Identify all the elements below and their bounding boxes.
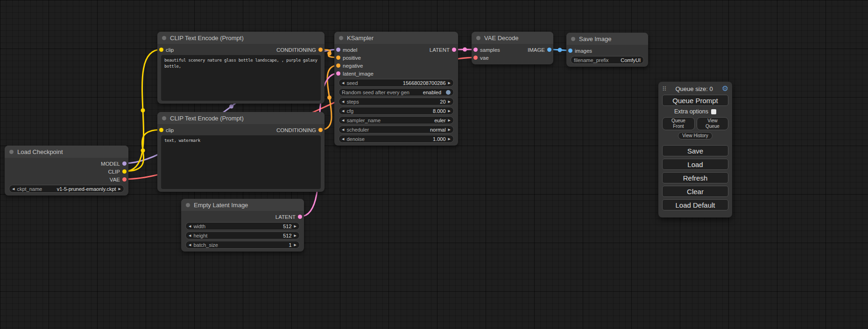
node-title-bar[interactable]: KSampler	[334, 32, 458, 44]
slot-dot[interactable]	[452, 48, 456, 52]
widget-random-seed-toggle[interactable]: Random seed after every gen enabled	[339, 88, 454, 96]
collapse-dot-icon[interactable]	[186, 203, 190, 207]
toggle-knob-icon[interactable]	[446, 90, 451, 95]
node-title-bar[interactable]: CLIP Text Encode (Prompt)	[157, 32, 325, 44]
increment-arrow-icon[interactable]: ▶	[448, 137, 451, 140]
increment-arrow-icon[interactable]: ▶	[294, 224, 296, 228]
node-clip-text-encode-negative[interactable]: CLIP Text Encode (Prompt) clip CONDITION…	[157, 112, 325, 192]
widget-seed[interactable]: ◀ seed 156680208700286 ▶	[339, 79, 454, 87]
widget-batch-size[interactable]: ◀ batch_size 1 ▶	[185, 241, 300, 249]
decrement-arrow-icon[interactable]: ◀	[12, 187, 14, 190]
load-button[interactable]: Load	[662, 159, 728, 170]
input-slot-vae[interactable]: vae	[472, 54, 500, 62]
save-button[interactable]: Save	[662, 145, 728, 156]
clear-button[interactable]: Clear	[662, 186, 728, 197]
collapse-dot-icon[interactable]	[162, 116, 166, 120]
slot-dot[interactable]	[473, 48, 478, 52]
output-slot-latent[interactable]: LATENT	[275, 213, 304, 221]
widget-height[interactable]: ◀ height 512 ▶	[185, 231, 300, 239]
increment-arrow-icon[interactable]: ▶	[448, 128, 451, 131]
slot-dot[interactable]	[298, 215, 302, 219]
output-slot-latent[interactable]: LATENT	[430, 46, 458, 54]
decrement-arrow-icon[interactable]: ◀	[342, 119, 344, 122]
collapse-dot-icon[interactable]	[476, 36, 480, 40]
collapse-dot-icon[interactable]	[571, 37, 575, 41]
slot-dot[interactable]	[122, 177, 127, 182]
decrement-arrow-icon[interactable]: ◀	[342, 109, 344, 112]
increment-arrow-icon[interactable]: ▶	[448, 100, 451, 103]
collapse-dot-icon[interactable]	[339, 36, 343, 40]
decrement-arrow-icon[interactable]: ◀	[189, 234, 191, 237]
widget-filename-prefix[interactable]: filename_prefix ComfyUI	[571, 56, 644, 64]
node-vae-decode[interactable]: VAE Decode samples vae IMAGE	[472, 32, 553, 64]
prompt-textarea[interactable]: text, watermark	[161, 135, 321, 189]
widget-ckpt-name[interactable]: ◀ ckpt_name v1-5-pruned-emaonly.ckpt ▶	[9, 185, 124, 193]
slot-dot[interactable]	[547, 48, 551, 52]
decrement-arrow-icon[interactable]: ◀	[342, 100, 344, 103]
node-title-bar[interactable]: CLIP Text Encode (Prompt)	[157, 112, 325, 124]
queue-front-button[interactable]: Queue Front	[662, 117, 695, 130]
gear-icon[interactable]: ⚙	[722, 85, 728, 92]
slot-dot[interactable]	[336, 56, 340, 60]
increment-arrow-icon[interactable]: ▶	[294, 243, 296, 246]
slot-dot[interactable]	[318, 128, 323, 132]
slot-dot[interactable]	[568, 49, 572, 53]
slot-dot[interactable]	[159, 128, 163, 132]
output-slot-conditioning[interactable]: CONDITIONING	[276, 126, 325, 134]
decrement-arrow-icon[interactable]: ◀	[189, 224, 191, 228]
input-slot-clip[interactable]: clip	[157, 126, 174, 134]
output-slot-conditioning[interactable]: CONDITIONING	[276, 46, 325, 54]
input-slot-samples[interactable]: samples	[472, 46, 500, 54]
widget-steps[interactable]: ◀ steps 20 ▶	[339, 98, 454, 105]
collapse-dot-icon[interactable]	[162, 36, 166, 40]
input-slot-negative[interactable]: negative	[334, 62, 374, 70]
decrement-arrow-icon[interactable]: ◀	[189, 243, 191, 246]
prompt-textarea[interactable]: beautiful scenery nature glass bottle la…	[161, 55, 321, 101]
node-empty-latent-image[interactable]: Empty Latent Image LATENT ◀ width 512 ▶ …	[181, 199, 304, 252]
slot-dot[interactable]	[122, 161, 127, 166]
widget-scheduler[interactable]: ◀ scheduler normal ▶	[339, 126, 454, 133]
increment-arrow-icon[interactable]: ▶	[294, 234, 296, 237]
increment-arrow-icon[interactable]: ▶	[119, 187, 121, 190]
node-title-bar[interactable]: Save Image	[566, 33, 648, 45]
extra-options-checkbox[interactable]	[711, 109, 716, 114]
node-graph-canvas[interactable]: Load Checkpoint MODEL CLIP VAE	[0, 0, 868, 329]
node-title-bar[interactable]: VAE Decode	[472, 32, 553, 44]
widget-width[interactable]: ◀ width 512 ▶	[185, 222, 300, 230]
slot-dot[interactable]	[473, 56, 478, 60]
output-slot-image[interactable]: IMAGE	[528, 46, 553, 54]
node-title-bar[interactable]: Empty Latent Image	[181, 199, 304, 211]
node-load-checkpoint[interactable]: Load Checkpoint MODEL CLIP VAE	[5, 146, 128, 196]
input-slot-positive[interactable]: positive	[334, 54, 374, 62]
comfy-menu-panel[interactable]: ⠿ Queue size: 0 ⚙ Queue Prompt Extra opt…	[658, 82, 732, 217]
view-history-button[interactable]: View History	[678, 132, 712, 140]
load-default-button[interactable]: Load Default	[662, 199, 728, 210]
slot-dot[interactable]	[336, 48, 340, 52]
node-ksampler[interactable]: KSampler model positive negative	[334, 32, 458, 146]
slot-dot[interactable]	[336, 63, 340, 68]
widget-sampler-name[interactable]: ◀ sampler_name euler ▶	[339, 116, 454, 124]
input-slot-clip[interactable]: clip	[157, 46, 174, 54]
decrement-arrow-icon[interactable]: ◀	[342, 81, 344, 84]
collapse-dot-icon[interactable]	[9, 150, 14, 154]
decrement-arrow-icon[interactable]: ◀	[342, 128, 344, 131]
output-slot-vae[interactable]: VAE	[110, 175, 128, 183]
slot-dot[interactable]	[159, 48, 163, 52]
view-queue-button[interactable]: View Queue	[697, 117, 728, 130]
drag-handle-icon[interactable]: ⠿	[662, 86, 667, 92]
queue-prompt-button[interactable]: Queue Prompt	[662, 95, 728, 106]
slot-dot[interactable]	[122, 169, 127, 174]
node-save-image[interactable]: Save Image images filename_prefix ComfyU…	[566, 33, 648, 67]
widget-cfg[interactable]: ◀ cfg 8.000 ▶	[339, 107, 454, 115]
input-slot-latent-image[interactable]: latent_image	[334, 70, 374, 77]
input-slot-images[interactable]: images	[566, 47, 592, 55]
decrement-arrow-icon[interactable]: ◀	[342, 137, 344, 140]
increment-arrow-icon[interactable]: ▶	[448, 109, 451, 112]
output-slot-model[interactable]: MODEL	[101, 160, 128, 168]
refresh-button[interactable]: Refresh	[662, 172, 728, 183]
increment-arrow-icon[interactable]: ▶	[448, 81, 451, 84]
output-slot-clip[interactable]: CLIP	[108, 168, 128, 175]
input-slot-model[interactable]: model	[334, 46, 374, 54]
slot-dot[interactable]	[318, 48, 323, 52]
slot-dot[interactable]	[336, 71, 340, 76]
